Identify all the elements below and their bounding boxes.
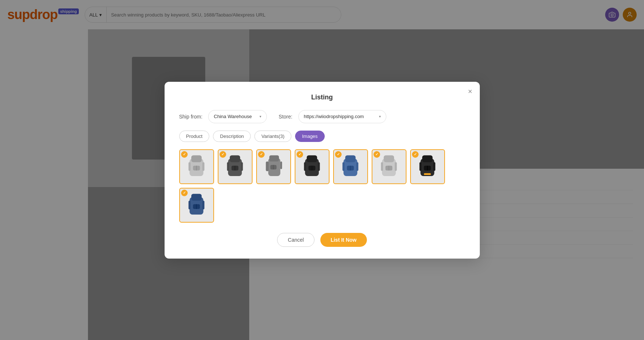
check-badge-5: ✓ [335, 151, 342, 158]
svg-rect-7 [202, 162, 205, 171]
list-it-now-button[interactable]: List It Now [320, 233, 367, 247]
svg-rect-31 [356, 162, 358, 171]
svg-rect-3 [191, 155, 202, 162]
svg-rect-27 [345, 155, 356, 162]
ship-from-label: Ship from: [179, 114, 203, 120]
svg-rect-37 [395, 162, 397, 171]
modal-actions: Cancel List It Now [179, 233, 465, 247]
image-thumb-5[interactable]: ✓ [333, 149, 368, 184]
check-badge-4: ✓ [297, 151, 303, 158]
svg-rect-19 [280, 161, 282, 169]
backpack-image-3 [261, 152, 286, 181]
svg-rect-44 [424, 173, 431, 175]
ship-from-select[interactable]: China Warehouse ▾ [208, 110, 267, 123]
backpack-image-4 [299, 152, 325, 181]
store-chevron-icon: ▾ [379, 114, 381, 118]
svg-rect-13 [241, 162, 243, 171]
images-grid: ✓ ✓ [179, 149, 465, 223]
store-label: Store: [279, 114, 292, 120]
image-thumb-7[interactable]: ✓ [410, 149, 445, 184]
ship-from-value: China Warehouse [214, 114, 252, 119]
svg-rect-50 [202, 201, 205, 209]
check-badge-1: ✓ [181, 151, 188, 158]
check-badge-3: ✓ [258, 151, 265, 158]
svg-rect-6 [188, 162, 191, 171]
store-value: https://wiiodropshipping.com [304, 114, 364, 119]
modal-overlay: Listing × Ship from: China Warehouse ▾ S… [0, 0, 644, 340]
svg-rect-39 [422, 155, 433, 162]
svg-rect-9 [230, 155, 240, 162]
svg-rect-21 [307, 155, 317, 162]
image-thumb-6[interactable]: ✓ [372, 149, 406, 184]
tab-variants[interactable]: Variants(3) [254, 131, 291, 142]
backpack-image-7 [415, 152, 440, 181]
svg-rect-42 [419, 162, 422, 171]
svg-rect-30 [342, 162, 345, 171]
ship-from-chevron-icon: ▾ [260, 114, 261, 118]
check-badge-8: ✓ [181, 190, 188, 196]
svg-rect-24 [304, 162, 306, 171]
image-thumb-4[interactable]: ✓ [295, 149, 330, 184]
svg-rect-25 [318, 162, 320, 171]
svg-rect-18 [266, 161, 269, 171]
tab-images[interactable]: Images [295, 131, 325, 142]
svg-rect-15 [269, 155, 279, 161]
check-badge-7: ✓ [412, 151, 419, 158]
modal-close-button[interactable]: × [468, 88, 472, 95]
backpack-image-2 [222, 152, 248, 181]
svg-rect-33 [384, 155, 394, 162]
image-thumb-8[interactable]: ✓ [179, 188, 214, 223]
backpack-image-1 [184, 152, 209, 181]
modal-shipping-row: Ship from: China Warehouse ▾ Store: http… [179, 110, 465, 123]
image-thumb-1[interactable]: ✓ [179, 149, 214, 184]
backpack-image-8 [184, 190, 209, 220]
image-thumb-3[interactable]: ✓ [256, 149, 291, 184]
listing-modal: Listing × Ship from: China Warehouse ▾ S… [165, 82, 480, 259]
svg-rect-43 [433, 162, 435, 171]
svg-rect-36 [381, 162, 383, 171]
image-thumb-2[interactable]: ✓ [218, 149, 253, 184]
svg-rect-49 [188, 201, 191, 209]
backpack-image-6 [376, 152, 402, 181]
cancel-button[interactable]: Cancel [277, 233, 314, 247]
check-badge-2: ✓ [220, 151, 226, 158]
check-badge-6: ✓ [373, 151, 380, 158]
modal-tabs: Product Description Variants(3) Images [179, 131, 465, 142]
svg-rect-46 [191, 194, 202, 201]
modal-title: Listing [179, 94, 465, 101]
backpack-image-5 [338, 152, 363, 181]
tab-product[interactable]: Product [179, 131, 210, 142]
store-select[interactable]: https://wiiodropshipping.com ▾ [298, 110, 386, 123]
tab-description[interactable]: Description [213, 131, 251, 142]
svg-rect-12 [227, 162, 229, 171]
